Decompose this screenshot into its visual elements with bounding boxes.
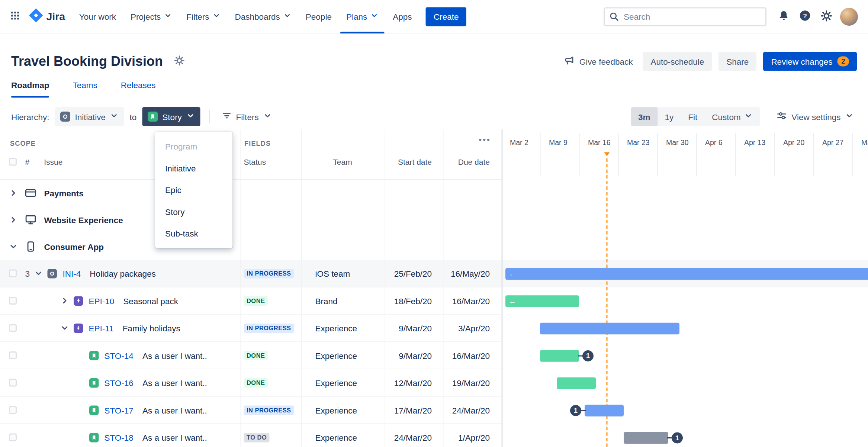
row-checkbox[interactable] bbox=[9, 379, 17, 387]
status-cell[interactable]: TO DO bbox=[240, 424, 301, 447]
row-checkbox[interactable] bbox=[9, 270, 17, 277]
due-date-cell[interactable]: 16/May/20 bbox=[444, 260, 502, 287]
due-date-cell[interactable]: 19/Mar/20 bbox=[444, 369, 502, 396]
settings-button[interactable] bbox=[817, 7, 835, 25]
collapse-chevron-icon[interactable] bbox=[9, 242, 18, 251]
hierarchy-to-dropdown[interactable]: Story bbox=[142, 107, 200, 126]
nav-projects[interactable]: Projects bbox=[123, 0, 179, 33]
due-date-cell[interactable]: 1/Apr/20 bbox=[444, 424, 502, 447]
tab-roadmap[interactable]: Roadmap bbox=[11, 80, 49, 98]
status-cell[interactable]: DONE bbox=[240, 287, 301, 314]
user-avatar[interactable] bbox=[840, 7, 858, 25]
nav-dashboards[interactable]: Dashboards bbox=[228, 0, 298, 33]
create-button[interactable]: Create bbox=[426, 7, 467, 26]
dependency-badge[interactable]: 1 bbox=[582, 350, 594, 361]
nav-people[interactable]: People bbox=[298, 0, 339, 33]
dependency-badge[interactable]: 1 bbox=[570, 405, 581, 416]
start-date-cell[interactable]: 17/Mar/20 bbox=[384, 397, 444, 424]
status-cell[interactable]: DONE bbox=[240, 342, 301, 369]
due-date-cell[interactable]: 3/Apr/20 bbox=[444, 315, 502, 341]
row-checkbox[interactable] bbox=[9, 351, 17, 359]
nav-apps[interactable]: Apps bbox=[386, 0, 419, 33]
timeline-bar-EPI-11[interactable] bbox=[540, 322, 679, 334]
week-gridline bbox=[774, 133, 775, 176]
auto-schedule-button[interactable]: Auto-schedule bbox=[643, 52, 712, 71]
team-cell[interactable]: Experience bbox=[301, 342, 384, 369]
start-date-cell[interactable]: 9/Mar/20 bbox=[384, 315, 444, 341]
dropdown-option-initiative[interactable]: Initiative bbox=[155, 157, 233, 179]
timeline-bar-EPI-10[interactable]: ← bbox=[505, 295, 579, 307]
scope-group-website-experience[interactable]: Website Experience bbox=[0, 206, 868, 233]
issue-key-link[interactable]: EPI-10 bbox=[89, 296, 115, 306]
dropdown-option-epic[interactable]: Epic bbox=[155, 179, 233, 201]
timeline-bar-STO-16[interactable] bbox=[557, 377, 596, 389]
dependency-badge[interactable]: 1 bbox=[672, 432, 683, 443]
fields-more-button[interactable]: ••• bbox=[475, 134, 494, 145]
scope-group-consumer-app[interactable]: Consumer App bbox=[0, 233, 868, 260]
team-cell[interactable]: Experience bbox=[301, 424, 384, 447]
issue-key-link[interactable]: STO-17 bbox=[105, 405, 134, 415]
notifications-button[interactable] bbox=[775, 7, 793, 25]
review-changes-button[interactable]: Review changes 2 bbox=[763, 52, 857, 71]
dropdown-option-story[interactable]: Story bbox=[155, 201, 233, 223]
start-date-cell[interactable]: 24/Mar/20 bbox=[384, 424, 444, 447]
app-switcher-button[interactable] bbox=[6, 7, 25, 26]
zoom-fit-button[interactable]: Fit bbox=[681, 107, 705, 126]
plan-settings-gear-button[interactable] bbox=[171, 55, 188, 68]
team-cell[interactable]: Experience bbox=[301, 315, 384, 341]
timeline-bar-STO-18[interactable] bbox=[624, 432, 668, 444]
row-checkbox[interactable] bbox=[9, 324, 17, 332]
due-date-cell[interactable]: 16/Mar/20 bbox=[444, 287, 502, 314]
tab-releases[interactable]: Releases bbox=[121, 80, 156, 98]
status-cell[interactable]: IN PROGRESS bbox=[240, 260, 301, 287]
give-feedback-button[interactable]: Give feedback bbox=[560, 52, 636, 71]
dropdown-option-subtask[interactable]: Sub-task bbox=[155, 223, 233, 245]
collapse-chevron-icon[interactable] bbox=[60, 324, 69, 332]
status-cell[interactable]: IN PROGRESS bbox=[240, 315, 301, 341]
issue-key-link[interactable]: STO-14 bbox=[105, 351, 134, 360]
status-cell[interactable]: DONE bbox=[240, 369, 301, 396]
start-date-cell[interactable]: 9/Mar/20 bbox=[384, 342, 444, 369]
timeline-bar-STO-14[interactable] bbox=[540, 350, 579, 362]
issue-key-link[interactable]: STO-16 bbox=[105, 378, 134, 387]
nav-filters[interactable]: Filters bbox=[179, 0, 228, 33]
team-cell[interactable]: Experience bbox=[301, 397, 384, 424]
due-date-cell[interactable]: 16/Mar/20 bbox=[444, 342, 502, 369]
row-checkbox[interactable] bbox=[9, 406, 17, 414]
nav-your-work[interactable]: Your work bbox=[72, 0, 123, 33]
start-date-cell[interactable]: 18/Feb/20 bbox=[384, 287, 444, 314]
select-all-checkbox[interactable] bbox=[9, 158, 17, 166]
expand-chevron-icon[interactable] bbox=[9, 215, 18, 224]
team-cell[interactable]: Experience bbox=[301, 369, 384, 396]
search-input[interactable] bbox=[604, 7, 766, 26]
fields-timeline-divider[interactable] bbox=[502, 129, 503, 447]
help-button[interactable]: ? bbox=[796, 7, 814, 25]
zoom-custom-button[interactable]: Custom bbox=[705, 107, 760, 126]
start-date-cell[interactable]: 12/Mar/20 bbox=[384, 369, 444, 396]
share-button[interactable]: Share bbox=[718, 52, 756, 71]
zoom-3m-button[interactable]: 3m bbox=[631, 107, 658, 126]
issue-key-link[interactable]: STO-18 bbox=[105, 432, 134, 442]
due-date-cell[interactable]: 24/Mar/20 bbox=[444, 397, 502, 424]
scope-group-payments[interactable]: Payments bbox=[0, 180, 868, 206]
filters-button[interactable]: Filters bbox=[219, 107, 275, 126]
jira-logo[interactable]: Jira bbox=[29, 9, 65, 25]
timeline-bar-INI-4[interactable]: ← bbox=[505, 268, 868, 280]
tab-teams[interactable]: Teams bbox=[73, 80, 97, 98]
team-cell[interactable]: iOS team bbox=[301, 260, 384, 287]
team-cell[interactable]: Brand bbox=[301, 287, 384, 314]
hierarchy-from-dropdown[interactable]: Initiative bbox=[55, 107, 124, 126]
collapse-chevron-icon[interactable] bbox=[34, 269, 43, 278]
row-checkbox[interactable] bbox=[9, 434, 17, 441]
timeline-bar-STO-17[interactable] bbox=[585, 405, 624, 417]
nav-plans[interactable]: Plans bbox=[339, 0, 385, 33]
row-checkbox[interactable] bbox=[9, 297, 17, 305]
start-date-cell[interactable]: 25/Feb/20 bbox=[384, 260, 444, 287]
status-cell[interactable]: IN PROGRESS bbox=[240, 397, 301, 424]
expand-chevron-icon[interactable] bbox=[60, 296, 69, 305]
view-settings-button[interactable]: View settings bbox=[773, 107, 857, 126]
issue-key-link[interactable]: EPI-11 bbox=[89, 323, 114, 333]
issue-key-link[interactable]: INI-4 bbox=[63, 268, 81, 278]
expand-chevron-icon[interactable] bbox=[9, 189, 18, 197]
zoom-1y-button[interactable]: 1y bbox=[658, 107, 681, 126]
